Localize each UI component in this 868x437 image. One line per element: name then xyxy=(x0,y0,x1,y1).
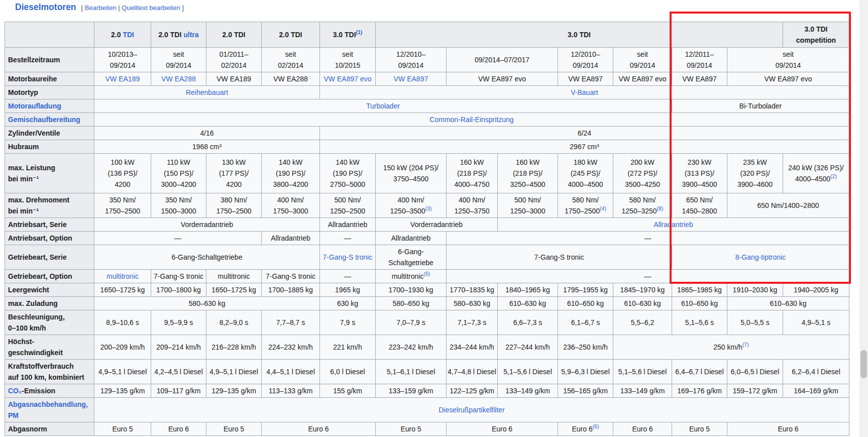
cell-text: 3750–4500 xyxy=(393,175,428,183)
wiki-link[interactable]: Abgasnachbehandlung, xyxy=(8,400,88,408)
data-cell: 234–244 km/h xyxy=(447,335,498,360)
wiki-link[interactable]: Reihenbauart xyxy=(186,88,228,96)
wiki-link[interactable]: CO₂ xyxy=(8,387,22,395)
footnote-ref[interactable]: (6) xyxy=(593,423,599,429)
cell-text: 4000–4500 xyxy=(568,180,603,188)
cell-text: Euro 6 xyxy=(308,425,329,433)
cell-text: VW EA189 xyxy=(216,75,251,83)
footnote-ref[interactable]: (8) xyxy=(657,205,664,211)
footnote-ref[interactable]: (7) xyxy=(742,342,749,348)
wiki-link[interactable]: VW EA189 xyxy=(105,75,140,83)
cell-text: 4200 xyxy=(115,180,130,188)
engine-spec-table: 2.0 TDI2.0 TDI ultra2.0 TDI2.0 TDI3.0 TD… xyxy=(5,22,849,436)
cell-text: Euro 6 xyxy=(778,425,798,433)
cell-text: auf 100 km, kombiniert xyxy=(8,373,84,381)
cell-text: Allradantrieb xyxy=(271,234,310,242)
cell-text: Vorderradantrieb xyxy=(181,221,233,229)
data-cell: 133–149 g/km xyxy=(613,384,672,398)
wiki-link[interactable]: VW EA897 xyxy=(394,75,428,83)
row-label: Motorbaureihe xyxy=(5,72,94,86)
cell-text: 3.0 TDI xyxy=(805,25,828,33)
row-label: Abgasnorm xyxy=(5,422,94,436)
cell-text: Euro 5 xyxy=(689,425,710,433)
cell-text: 4/16 xyxy=(200,129,213,137)
wiki-link[interactable]: Motoraufladung xyxy=(8,102,61,110)
footnote-ref[interactable]: (3) xyxy=(425,205,432,211)
column-header: 3.0 TDI(1) xyxy=(320,22,376,48)
cell-text: (245 PS)/ xyxy=(571,169,600,177)
cell-text: 129–135 g/km xyxy=(211,387,256,395)
footnote-ref[interactable]: (2) xyxy=(830,173,837,179)
data-cell: Euro 5 xyxy=(376,422,447,436)
wiki-link[interactable]: V-Bauart xyxy=(571,88,598,96)
data-cell: 113–133 g/km xyxy=(262,384,320,398)
cell-text: (218 PS)/ xyxy=(457,169,487,177)
scrollbar-thumb[interactable] xyxy=(860,350,867,378)
wiki-link[interactable]: Common-Rail-Einspritzung xyxy=(429,116,513,124)
data-cell: 1770–1835 kg xyxy=(447,283,498,297)
data-cell: — xyxy=(447,270,849,283)
data-cell: 1795–1955 kg xyxy=(558,283,613,297)
wiki-link[interactable]: multitronic xyxy=(106,272,139,280)
data-cell: 169–176 g/km xyxy=(672,384,727,398)
cell-text: 209–214 km/h xyxy=(156,343,201,351)
wiki-link[interactable]: 8-Gang-tiptronic xyxy=(735,253,786,261)
wiki-link[interactable]: VW EA897 evo xyxy=(324,75,372,83)
cell-text: 380 Nm/ xyxy=(221,196,247,204)
wiki-link[interactable]: Dieselrußpartikelfilter xyxy=(439,406,504,414)
edit-source-link[interactable]: Quelltext bearbeiten xyxy=(122,4,180,12)
cell-text: 1750–3000 xyxy=(273,207,308,215)
data-cell: 240 kW (326 PS)/4000–4500(2) xyxy=(783,154,849,193)
data-cell: 1700–1930 kg xyxy=(376,283,447,297)
cell-text: 2.0 TDI xyxy=(279,31,302,39)
table-row: CO₂-Emission129–135 g/km109–117 g/km129–… xyxy=(5,384,849,398)
edit-link[interactable]: Bearbeiten xyxy=(85,4,117,12)
cell-text: 160 kW xyxy=(516,158,539,166)
data-cell: 500 Nm/1250–2500 xyxy=(320,193,376,218)
cell-text: 1940–2005 kg xyxy=(794,286,838,294)
data-cell: — xyxy=(94,232,262,245)
wiki-link[interactable]: Allradantrieb xyxy=(654,221,693,229)
cell-text: seit xyxy=(342,50,353,58)
cell-text: 10/2013– xyxy=(108,50,137,58)
cell-text: 5,1–5,6 s xyxy=(685,318,714,326)
data-cell: Allradantrieb xyxy=(498,218,849,232)
data-cell: Euro 5 xyxy=(206,422,262,436)
cell-text: 216–228 km/h xyxy=(211,343,256,351)
wiki-link[interactable]: TDI xyxy=(123,31,134,39)
scrollbar[interactable] xyxy=(859,0,868,437)
data-cell: 1700–1800 kg xyxy=(151,283,206,297)
cell-text: Getriebeart, Option xyxy=(8,272,72,280)
wiki-link[interactable]: ultra xyxy=(183,31,198,39)
data-cell: 5,9–6,3 l Diesel xyxy=(558,360,613,384)
cell-text: bei min⁻¹ xyxy=(8,207,39,215)
data-cell: 1965 kg xyxy=(320,283,376,297)
data-cell: 12/2010–09/2014 xyxy=(376,48,447,72)
cell-text: Antriebsart, Option xyxy=(8,234,72,242)
footnote-ref[interactable]: (4) xyxy=(600,205,606,211)
data-cell: 130 kW(177 PS)/4200 xyxy=(206,154,262,193)
cell-text: 1968 cm³ xyxy=(192,143,222,151)
wiki-link[interactable]: Gemischaufbereitung xyxy=(8,116,80,124)
data-cell: seit10/2015 xyxy=(320,48,376,72)
data-cell: 1700–1885 kg xyxy=(262,283,320,297)
cell-text: 9,5–9,9 s xyxy=(164,318,193,326)
wiki-link[interactable]: PM xyxy=(8,411,19,419)
data-cell: seit02/2014 xyxy=(262,48,320,72)
table-row: Höchst-geschwindigkeit200–209 km/h209–21… xyxy=(5,335,849,360)
wiki-link[interactable]: VW EA288 xyxy=(161,75,195,83)
footnote-ref[interactable]: (5) xyxy=(423,271,430,277)
data-cell: 6,2–6,4 l Diesel xyxy=(783,360,849,384)
cell-text: 5,5–6,2 xyxy=(631,318,655,326)
footnote-ref[interactable]: (1) xyxy=(356,29,363,35)
cell-text: (190 PS)/ xyxy=(333,169,362,177)
table-row: MotortypReihenbauartV-Bauart xyxy=(5,86,849,99)
cell-text: VW EA897 evo xyxy=(765,75,812,83)
data-cell: 160 kW(218 PS)/3250–4500 xyxy=(498,154,558,193)
data-cell: Euro 6 xyxy=(151,422,206,436)
data-cell: seit09/2014 xyxy=(613,48,672,72)
row-label: Getriebeart, Serie xyxy=(5,245,94,270)
cell-text: 09/2014 xyxy=(630,61,656,69)
wiki-link[interactable]: Turbolader xyxy=(366,102,400,110)
wiki-link[interactable]: 7-Gang-S tronic xyxy=(323,253,373,261)
